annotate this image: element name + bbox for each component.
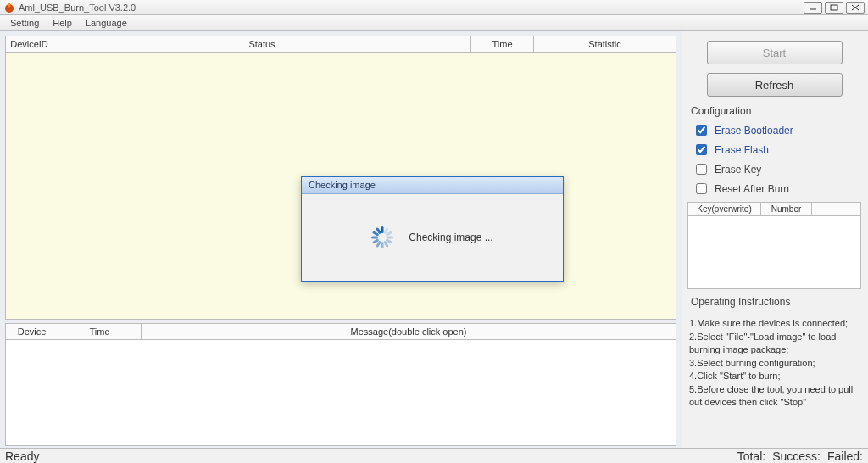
refresh-button[interactable]: Refresh xyxy=(707,73,843,97)
message-grid-body[interactable] xyxy=(5,340,676,446)
col-time: Time xyxy=(471,36,534,53)
device-table: DeviceID Status Time Statistic xyxy=(5,36,676,53)
erase-key-label: Erase Key xyxy=(715,164,761,176)
col-device: Device xyxy=(6,324,58,340)
status-bar: Ready Total: Success: Failed: xyxy=(0,448,868,463)
reset-after-burn-label: Reset After Burn xyxy=(715,183,789,195)
col-number: Number xyxy=(761,203,812,216)
status-success-label: Success: xyxy=(772,449,821,463)
erase-flash-input[interactable] xyxy=(696,144,707,155)
col-blank xyxy=(812,203,861,216)
key-table: Key(overwrite) Number xyxy=(687,202,861,216)
erase-key-input[interactable] xyxy=(696,164,707,175)
erase-key-checkbox[interactable]: Erase Key xyxy=(693,161,861,177)
menu-language[interactable]: Language xyxy=(79,17,134,29)
instruction-5: 5.Before close the tool, you need to pul… xyxy=(689,383,860,409)
erase-bootloader-input[interactable] xyxy=(696,125,707,136)
dialog-message: Checking image ... xyxy=(409,232,492,243)
status-failed-label: Failed: xyxy=(827,449,863,463)
col-status: Status xyxy=(53,36,471,53)
svg-rect-2 xyxy=(831,5,837,10)
instruction-4: 4.Click "Start" to burn; xyxy=(689,370,860,382)
menu-help[interactable]: Help xyxy=(46,17,79,29)
col-statistic: Statistic xyxy=(534,36,676,53)
col-key-overwrite: Key(overwrite) xyxy=(688,203,761,216)
window-title: Aml_USB_Burn_Tool V3.2.0 xyxy=(19,3,136,13)
reset-after-burn-input[interactable] xyxy=(696,183,707,194)
instruction-3: 3.Select burning configuration; xyxy=(689,357,860,370)
maximize-button[interactable] xyxy=(825,2,843,14)
message-table: Device Time Message(double click open) xyxy=(5,323,676,340)
menu-bar: Setting Help Language xyxy=(0,15,868,31)
config-title: Configuration xyxy=(691,105,861,117)
instructions-body: 1.Make sure the devices is connected; 2.… xyxy=(687,313,861,410)
col-time2: Time xyxy=(58,324,142,340)
dialog-title: Checking image xyxy=(302,177,563,194)
erase-flash-label: Erase Flash xyxy=(715,144,769,156)
instruction-2: 2.Select "File"-"Load image" to load bur… xyxy=(689,331,860,356)
col-deviceid: DeviceID xyxy=(6,36,53,53)
col-message: Message(double click open) xyxy=(142,324,676,340)
erase-flash-checkbox[interactable]: Erase Flash xyxy=(693,142,861,158)
erase-bootloader-checkbox[interactable]: Erase Bootloader xyxy=(693,122,861,138)
close-button[interactable] xyxy=(846,2,865,14)
reset-after-burn-checkbox[interactable]: Reset After Burn xyxy=(693,181,861,197)
spinner-icon xyxy=(371,226,393,248)
app-icon xyxy=(3,2,15,14)
checking-image-dialog: Checking image Checking image ... xyxy=(301,176,564,282)
status-ready: Ready xyxy=(5,449,39,463)
instruction-1: 1.Make sure the devices is connected; xyxy=(689,317,860,330)
erase-bootloader-label: Erase Bootloader xyxy=(715,125,793,137)
title-bar: Aml_USB_Burn_Tool V3.2.0 xyxy=(0,0,868,15)
status-total-label: Total: xyxy=(737,449,765,463)
minimize-button[interactable] xyxy=(804,2,822,14)
start-button[interactable]: Start xyxy=(707,41,843,64)
menu-setting[interactable]: Setting xyxy=(3,17,46,29)
instructions-title: Operating Instructions xyxy=(691,296,861,308)
key-grid-body[interactable] xyxy=(687,216,861,289)
